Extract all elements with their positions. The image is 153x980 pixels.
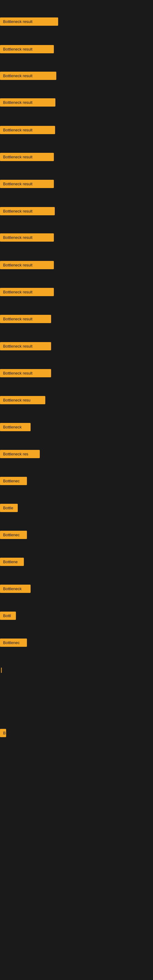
bottleneck-item-11: Bottleneck result (0, 315, 51, 323)
bottleneck-item-3: Bottleneck result (0, 98, 56, 107)
bottleneck-item-18: Bottle (0, 504, 18, 512)
bottleneck-item-23: Bottlenec (0, 638, 27, 647)
bottleneck-item-2: Bottleneck result (0, 72, 56, 80)
bottleneck-item-24: | (0, 665, 3, 675)
bottleneck-item-5: Bottleneck result (0, 153, 54, 161)
bottleneck-item-15: Bottleneck (0, 423, 30, 431)
bottleneck-item-20: Bottlene (0, 558, 24, 566)
bottleneck-item-10: Bottleneck result (0, 288, 54, 296)
bottleneck-item-19: Bottlenec (0, 531, 27, 539)
bottleneck-item-6: Bottleneck result (0, 180, 54, 188)
bottleneck-item-1: Bottleneck result (0, 45, 54, 53)
bottleneck-item-0: Bottleneck result (0, 18, 58, 26)
bottleneck-item-7: Bottleneck result (0, 207, 55, 215)
bottleneck-item-4: Bottleneck result (0, 126, 55, 134)
bottleneck-item-12: Bottleneck result (0, 342, 51, 350)
bottleneck-item-14: Bottleneck resu (0, 396, 45, 404)
bottleneck-item-13: Bottleneck result (0, 369, 51, 377)
bottleneck-item-21: Bottleneck (0, 585, 30, 593)
site-title (0, 0, 153, 4)
bottleneck-item-17: Bottlenec (0, 477, 27, 485)
bottleneck-item-8: Bottleneck result (0, 233, 54, 242)
bottleneck-item-22: Bottl (0, 612, 16, 620)
bottleneck-item-16: Bottleneck res (0, 450, 40, 458)
bottleneck-item-9: Bottleneck result (0, 261, 54, 269)
bottleneck-item-25: B (0, 729, 6, 737)
